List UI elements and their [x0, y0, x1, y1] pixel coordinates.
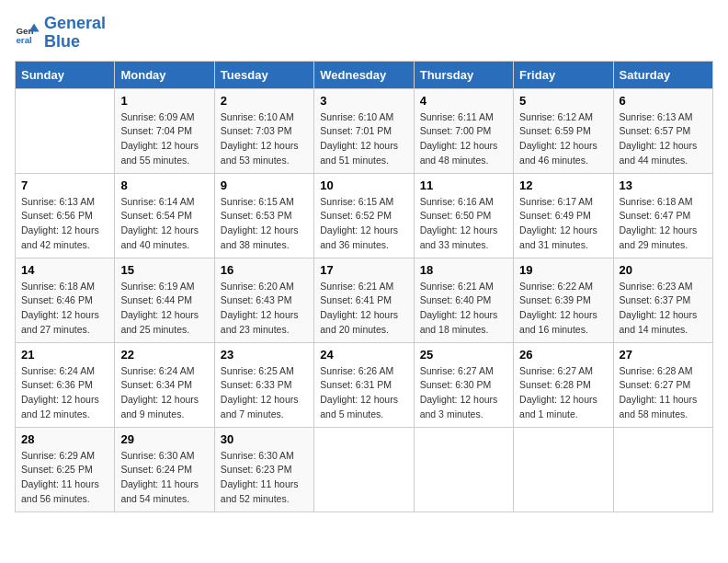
day-info: Sunrise: 6:18 AMSunset: 6:47 PMDaylight:… [620, 195, 707, 253]
day-info: Sunrise: 6:27 AMSunset: 6:28 PMDaylight:… [519, 364, 607, 422]
day-number: 8 [120, 178, 208, 192]
day-info: Sunrise: 6:10 AMSunset: 7:03 PMDaylight:… [221, 110, 308, 168]
day-info: Sunrise: 6:13 AMSunset: 6:57 PMDaylight:… [620, 110, 707, 168]
col-header-wednesday: Wednesday [314, 61, 414, 88]
day-info: Sunrise: 6:24 AMSunset: 6:36 PMDaylight:… [21, 364, 108, 422]
day-info: Sunrise: 6:24 AMSunset: 6:34 PMDaylight:… [120, 364, 208, 422]
col-header-sunday: Sunday [16, 61, 115, 88]
day-number: 13 [620, 178, 707, 192]
calendar-cell: 3Sunrise: 6:10 AMSunset: 7:01 PMDaylight… [314, 88, 414, 173]
day-info: Sunrise: 6:13 AMSunset: 6:56 PMDaylight:… [21, 195, 108, 253]
calendar-cell [514, 427, 613, 511]
calendar-cell: 8Sunrise: 6:14 AMSunset: 6:54 PMDaylight… [115, 173, 214, 258]
calendar-cell: 22Sunrise: 6:24 AMSunset: 6:34 PMDayligh… [115, 342, 214, 427]
day-info: Sunrise: 6:11 AMSunset: 7:00 PMDaylight:… [420, 110, 507, 168]
calendar-cell: 14Sunrise: 6:18 AMSunset: 6:46 PMDayligh… [16, 258, 115, 342]
day-number: 20 [620, 263, 707, 277]
calendar-table: SundayMondayTuesdayWednesdayThursdayFrid… [15, 61, 713, 512]
day-number: 10 [320, 178, 407, 192]
calendar-cell: 15Sunrise: 6:19 AMSunset: 6:44 PMDayligh… [115, 258, 214, 342]
logo-icon: Gen eral [15, 20, 40, 46]
day-number: 29 [120, 432, 208, 446]
calendar-cell: 25Sunrise: 6:27 AMSunset: 6:30 PMDayligh… [414, 342, 513, 427]
day-number: 17 [320, 263, 407, 277]
day-number: 19 [519, 263, 607, 277]
day-info: Sunrise: 6:21 AMSunset: 6:41 PMDaylight:… [320, 280, 407, 338]
calendar-cell: 21Sunrise: 6:24 AMSunset: 6:36 PMDayligh… [16, 342, 115, 427]
col-header-thursday: Thursday [414, 61, 513, 88]
calendar-cell: 13Sunrise: 6:18 AMSunset: 6:47 PMDayligh… [613, 173, 712, 258]
day-number: 9 [221, 178, 308, 192]
calendar-cell [414, 427, 513, 511]
logo: Gen eral General Blue [15, 15, 106, 52]
calendar-cell: 2Sunrise: 6:10 AMSunset: 7:03 PMDaylight… [214, 88, 313, 173]
calendar-cell: 24Sunrise: 6:26 AMSunset: 6:31 PMDayligh… [314, 342, 414, 427]
day-number: 4 [420, 94, 507, 108]
calendar-cell: 4Sunrise: 6:11 AMSunset: 7:00 PMDaylight… [414, 88, 513, 173]
day-info: Sunrise: 6:21 AMSunset: 6:40 PMDaylight:… [420, 280, 507, 338]
calendar-cell: 28Sunrise: 6:29 AMSunset: 6:25 PMDayligh… [16, 427, 115, 511]
col-header-friday: Friday [514, 61, 613, 88]
day-number: 23 [221, 348, 308, 362]
calendar-cell: 10Sunrise: 6:15 AMSunset: 6:52 PMDayligh… [314, 173, 414, 258]
day-number: 15 [120, 263, 208, 277]
calendar-cell: 1Sunrise: 6:09 AMSunset: 7:04 PMDaylight… [115, 88, 214, 173]
day-info: Sunrise: 6:09 AMSunset: 7:04 PMDaylight:… [120, 110, 208, 168]
logo-text-line2: Blue [44, 33, 106, 52]
day-number: 14 [21, 263, 108, 277]
day-info: Sunrise: 6:18 AMSunset: 6:46 PMDaylight:… [21, 280, 108, 338]
day-number: 25 [420, 348, 507, 362]
day-info: Sunrise: 6:27 AMSunset: 6:30 PMDaylight:… [420, 364, 507, 422]
day-info: Sunrise: 6:12 AMSunset: 6:59 PMDaylight:… [519, 110, 607, 168]
calendar-cell: 18Sunrise: 6:21 AMSunset: 6:40 PMDayligh… [414, 258, 513, 342]
day-number: 27 [620, 348, 707, 362]
calendar-cell: 16Sunrise: 6:20 AMSunset: 6:43 PMDayligh… [214, 258, 313, 342]
svg-text:eral: eral [16, 35, 32, 45]
day-info: Sunrise: 6:29 AMSunset: 6:25 PMDaylight:… [21, 449, 108, 507]
day-number: 16 [221, 263, 308, 277]
day-info: Sunrise: 6:17 AMSunset: 6:49 PMDaylight:… [519, 195, 607, 253]
day-number: 12 [519, 178, 607, 192]
day-number: 3 [320, 94, 407, 108]
day-number: 30 [221, 432, 308, 446]
day-info: Sunrise: 6:15 AMSunset: 6:52 PMDaylight:… [320, 195, 407, 253]
day-number: 2 [221, 94, 308, 108]
col-header-saturday: Saturday [613, 61, 712, 88]
calendar-cell: 26Sunrise: 6:27 AMSunset: 6:28 PMDayligh… [514, 342, 613, 427]
day-number: 18 [420, 263, 507, 277]
calendar-cell: 30Sunrise: 6:30 AMSunset: 6:23 PMDayligh… [214, 427, 313, 511]
day-number: 1 [120, 94, 208, 108]
calendar-cell: 6Sunrise: 6:13 AMSunset: 6:57 PMDaylight… [613, 88, 712, 173]
calendar-cell: 17Sunrise: 6:21 AMSunset: 6:41 PMDayligh… [314, 258, 414, 342]
logo-text-line1: General [44, 15, 106, 33]
calendar-cell: 7Sunrise: 6:13 AMSunset: 6:56 PMDaylight… [16, 173, 115, 258]
calendar-cell: 12Sunrise: 6:17 AMSunset: 6:49 PMDayligh… [514, 173, 613, 258]
day-number: 26 [519, 348, 607, 362]
calendar-cell: 19Sunrise: 6:22 AMSunset: 6:39 PMDayligh… [514, 258, 613, 342]
day-number: 7 [21, 178, 108, 192]
day-info: Sunrise: 6:26 AMSunset: 6:31 PMDaylight:… [320, 364, 407, 422]
calendar-cell: 29Sunrise: 6:30 AMSunset: 6:24 PMDayligh… [115, 427, 214, 511]
calendar-cell: 5Sunrise: 6:12 AMSunset: 6:59 PMDaylight… [514, 88, 613, 173]
day-info: Sunrise: 6:19 AMSunset: 6:44 PMDaylight:… [120, 280, 208, 338]
calendar-cell [613, 427, 712, 511]
day-info: Sunrise: 6:10 AMSunset: 7:01 PMDaylight:… [320, 110, 407, 168]
day-number: 6 [620, 94, 707, 108]
calendar-cell: 9Sunrise: 6:15 AMSunset: 6:53 PMDaylight… [214, 173, 313, 258]
calendar-cell: 11Sunrise: 6:16 AMSunset: 6:50 PMDayligh… [414, 173, 513, 258]
calendar-cell: 27Sunrise: 6:28 AMSunset: 6:27 PMDayligh… [613, 342, 712, 427]
calendar-cell [16, 88, 115, 173]
day-number: 11 [420, 178, 507, 192]
day-info: Sunrise: 6:30 AMSunset: 6:24 PMDaylight:… [120, 449, 208, 507]
day-info: Sunrise: 6:16 AMSunset: 6:50 PMDaylight:… [420, 195, 507, 253]
day-info: Sunrise: 6:20 AMSunset: 6:43 PMDaylight:… [221, 280, 308, 338]
day-number: 24 [320, 348, 407, 362]
day-info: Sunrise: 6:14 AMSunset: 6:54 PMDaylight:… [120, 195, 208, 253]
calendar-cell [314, 427, 414, 511]
day-info: Sunrise: 6:25 AMSunset: 6:33 PMDaylight:… [221, 364, 308, 422]
day-number: 21 [21, 348, 108, 362]
day-number: 5 [519, 94, 607, 108]
col-header-tuesday: Tuesday [214, 61, 313, 88]
calendar-cell: 23Sunrise: 6:25 AMSunset: 6:33 PMDayligh… [214, 342, 313, 427]
col-header-monday: Monday [115, 61, 214, 88]
